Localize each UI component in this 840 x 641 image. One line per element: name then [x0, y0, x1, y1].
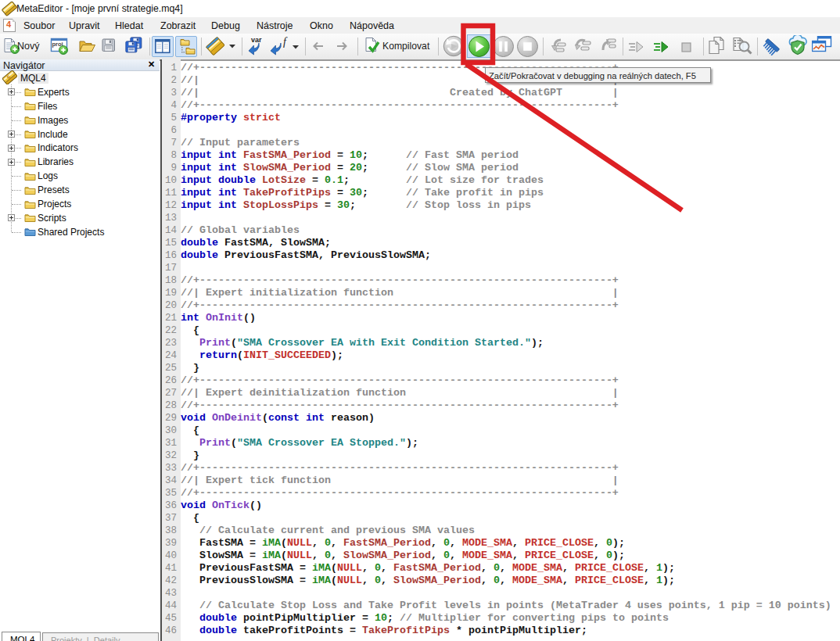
svg-text:var: var	[251, 36, 262, 44]
svg-text:f: f	[283, 36, 288, 48]
